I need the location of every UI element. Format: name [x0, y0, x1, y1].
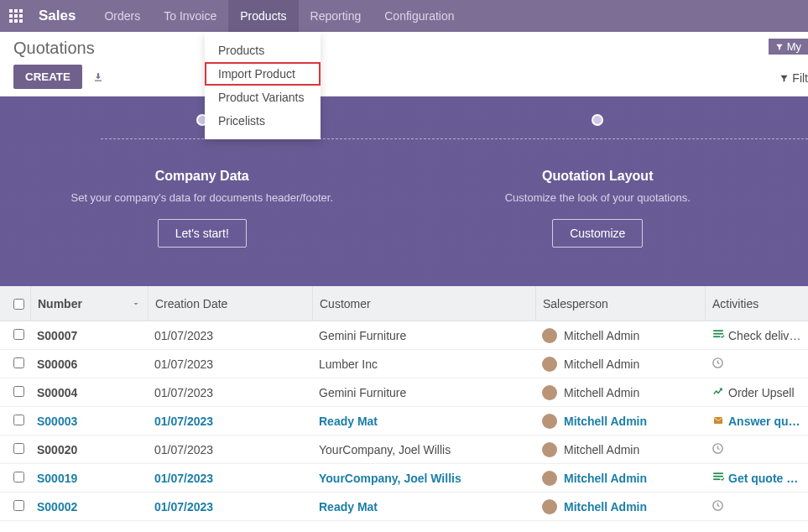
nav-configuration[interactable]: Configuration [373, 0, 466, 32]
row-activity[interactable]: Get quote confirm [705, 471, 808, 485]
nav-to-invoice[interactable]: To Invoice [152, 0, 228, 32]
row-checkbox[interactable] [13, 472, 24, 482]
table-row[interactable]: S0000701/07/2023Gemini FurnitureMitchell… [0, 321, 808, 350]
dropdown-product-variants[interactable]: Product Variants [205, 86, 321, 109]
row-activity[interactable]: Check delivery re [705, 328, 808, 342]
task-icon [712, 328, 725, 340]
row-checkbox[interactable] [13, 500, 24, 511]
row-number[interactable]: S00007 [30, 329, 148, 342]
col-activities[interactable]: Activities [705, 286, 808, 321]
row-date: 01/07/2023 [148, 500, 312, 514]
salesperson-name: Mitchell Admin [564, 415, 647, 428]
row-checkbox[interactable] [13, 329, 24, 340]
avatar [542, 357, 557, 372]
activity-text: Check delivery re [728, 329, 808, 342]
row-customer[interactable]: YourCompany, Joel Willis [312, 472, 535, 485]
activity-text: Order Upsell [728, 386, 795, 399]
svg-rect-7 [713, 478, 720, 480]
row-checkbox[interactable] [13, 386, 24, 397]
onboarding-step-quotation-layout: Quotation Layout Customize the look of y… [396, 152, 800, 248]
row-date: 01/07/2023 [148, 472, 312, 485]
row-number[interactable]: S00020 [30, 443, 148, 456]
col-salesperson[interactable]: Salesperson [535, 286, 705, 321]
row-salesperson[interactable]: Mitchell Admin [535, 385, 705, 400]
table-row[interactable]: S0001901/07/2023YourCompany, Joel Willis… [0, 464, 808, 493]
filter-chip-my[interactable]: My [769, 39, 808, 55]
row-salesperson[interactable]: Mitchell Admin [535, 471, 705, 486]
select-all-checkbox[interactable] [13, 299, 24, 310]
row-number[interactable]: S00003 [30, 415, 148, 428]
salesperson-name: Mitchell Admin [564, 329, 639, 342]
row-customer[interactable]: Ready Mat [312, 500, 535, 514]
row-date: 01/07/2023 [148, 386, 312, 399]
row-customer[interactable]: YourCompany, Joel Willis [312, 443, 535, 456]
row-number[interactable]: S00006 [30, 357, 148, 371]
app-brand[interactable]: Sales [32, 0, 92, 32]
table-row[interactable]: S0000201/07/2023Ready MatMitchell Admin [0, 493, 808, 521]
row-customer[interactable]: Gemini Furniture [312, 386, 535, 399]
step-title: Company Data [34, 169, 371, 184]
chevron-down-icon [131, 299, 141, 309]
avatar [542, 499, 557, 514]
dropdown-pricelists[interactable]: Pricelists [205, 109, 321, 133]
row-checkbox[interactable] [13, 357, 24, 368]
download-icon[interactable] [92, 71, 104, 83]
svg-rect-6 [713, 476, 723, 477]
table-row[interactable]: S0002001/07/2023YourCompany, Joel Willis… [0, 436, 808, 464]
row-customer[interactable]: Ready Mat [312, 415, 535, 428]
row-date: 01/07/2023 [148, 443, 312, 456]
row-activity[interactable]: Answer questions [705, 415, 808, 428]
filters-button[interactable]: Filt [769, 71, 808, 85]
row-customer[interactable]: Gemini Furniture [312, 329, 535, 342]
col-number[interactable]: Number [30, 286, 148, 321]
row-number[interactable]: S00019 [30, 472, 148, 485]
avatar [542, 414, 557, 429]
salesperson-name: Mitchell Admin [564, 386, 639, 399]
svg-rect-0 [713, 330, 723, 331]
step-button-customize[interactable]: Customize [552, 219, 643, 248]
control-bar: Quotations CREATE My Filt [0, 32, 808, 96]
apps-launcher-icon[interactable] [0, 0, 32, 32]
avatar [542, 328, 557, 343]
table-row[interactable]: S0000601/07/2023Lumber IncMitchell Admin [0, 350, 808, 378]
row-salesperson[interactable]: Mitchell Admin [535, 414, 705, 429]
row-checkbox[interactable] [13, 415, 24, 425]
table-row[interactable]: S0000401/07/2023Gemini FurnitureMitchell… [0, 378, 808, 407]
row-salesperson[interactable]: Mitchell Admin [535, 442, 705, 457]
row-activity[interactable] [705, 442, 808, 457]
row-salesperson[interactable]: Mitchell Admin [535, 328, 705, 343]
dropdown-import-product[interactable]: Import Product [205, 62, 321, 86]
create-button[interactable]: CREATE [13, 65, 82, 89]
chart-icon [712, 385, 725, 397]
avatar [542, 471, 557, 486]
row-number[interactable]: S00002 [30, 500, 148, 514]
dropdown-products[interactable]: Products [205, 39, 321, 62]
row-date: 01/07/2023 [148, 415, 312, 428]
clock-icon [712, 357, 724, 369]
row-activity[interactable] [705, 499, 808, 514]
row-salesperson[interactable]: Mitchell Admin [535, 499, 705, 514]
list-header: Number Creation Date Customer Salesperso… [0, 286, 808, 321]
row-activity[interactable]: Order Upsell [705, 385, 808, 399]
row-checkbox[interactable] [13, 443, 24, 454]
mail-icon [712, 415, 725, 425]
col-creation-date[interactable]: Creation Date [148, 286, 312, 321]
table-row[interactable]: S0000301/07/2023Ready MatMitchell AdminA… [0, 407, 808, 436]
nav-products[interactable]: Products [228, 0, 298, 32]
row-customer[interactable]: Lumber Inc [312, 357, 535, 371]
products-dropdown: Products Import Product Product Variants… [205, 32, 321, 139]
onboarding-step-company-data: Company Data Set your company's data for… [0, 152, 404, 248]
nav-orders[interactable]: Orders [92, 0, 152, 32]
task-icon [712, 471, 725, 482]
activity-text: Answer questions [728, 415, 808, 428]
nav-reporting[interactable]: Reporting [299, 0, 373, 32]
salesperson-name: Mitchell Admin [564, 357, 639, 371]
step-button-lets-start[interactable]: Let's start! [158, 219, 247, 248]
row-salesperson[interactable]: Mitchell Admin [535, 357, 705, 372]
col-customer[interactable]: Customer [312, 286, 535, 321]
row-date: 01/07/2023 [148, 329, 312, 342]
svg-rect-2 [713, 336, 720, 337]
row-activity[interactable] [705, 357, 808, 372]
funnel-icon [775, 43, 784, 51]
row-number[interactable]: S00004 [30, 386, 148, 399]
